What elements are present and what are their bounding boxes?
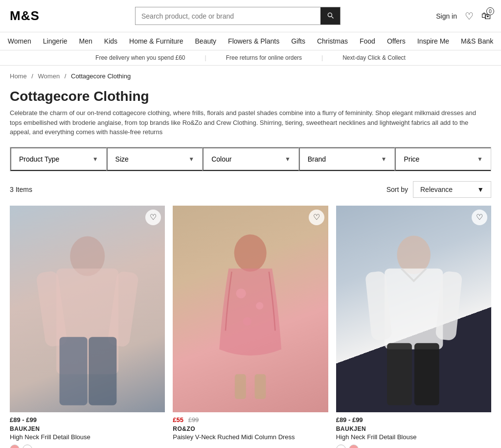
svg-point-9 xyxy=(243,317,252,326)
product-card[interactable]: ♡ £55 £99 RO&ZO Paisley V-Neck Ruched Mi… xyxy=(173,206,328,448)
product-name: High Neck Frill Detail Blouse xyxy=(336,433,491,441)
svg-rect-5 xyxy=(89,337,116,405)
nav-flowers-plants[interactable]: Flowers & Plants xyxy=(228,37,279,45)
chevron-down-icon: ▼ xyxy=(92,156,98,163)
svg-rect-10 xyxy=(235,374,246,399)
svg-rect-17 xyxy=(414,343,439,405)
product-card[interactable]: ♡ £89 - £99 BAUKJEN High Neck Frill Deta… xyxy=(10,206,165,448)
info-delivery: Free delivery when you spend £60 xyxy=(91,54,190,61)
nav-inspire-me[interactable]: Inspire Me xyxy=(417,37,449,45)
site-header: M&S Sign in ♡ 🛍 0 Women Lingerie Men Kid… xyxy=(0,0,501,66)
product-brand: RO&ZO xyxy=(173,425,328,432)
nav-home-furniture[interactable]: Home & Furniture xyxy=(129,37,183,45)
svg-point-6 xyxy=(234,234,267,271)
svg-point-7 xyxy=(236,288,246,298)
svg-rect-4 xyxy=(60,337,88,405)
breadcrumb-home[interactable]: Home xyxy=(10,72,27,80)
color-swatches xyxy=(336,445,491,448)
results-bar: 3 Items Sort by Relevance ▼ xyxy=(10,181,491,198)
results-count: 3 Items xyxy=(10,186,32,193)
svg-point-8 xyxy=(256,302,263,309)
search-button[interactable] xyxy=(320,7,340,24)
product-figure: ♡ xyxy=(173,206,328,412)
product-image xyxy=(10,206,165,412)
page-description: Celebrate the charm of our on-trend cott… xyxy=(10,108,489,137)
chevron-down-icon: ▼ xyxy=(188,156,194,163)
nav-offers[interactable]: Offers xyxy=(387,37,406,45)
sort-by: Sort by Relevance ▼ xyxy=(387,181,491,198)
chevron-down-icon: ▼ xyxy=(477,186,484,193)
sort-by-label: Sort by xyxy=(387,186,408,193)
header-right: Sign in ♡ 🛍 0 xyxy=(436,10,491,22)
chevron-down-icon: ▼ xyxy=(381,156,387,163)
breadcrumb-women[interactable]: Women xyxy=(38,72,60,80)
info-returns: Free returns for online orders xyxy=(221,54,307,61)
product-brand: BAUKJEN xyxy=(10,425,165,432)
product-figure: ♡ xyxy=(10,206,165,412)
wishlist-button[interactable]: ♡ xyxy=(309,210,324,225)
page-title: Cottagecore Clothing xyxy=(10,89,491,104)
nav-lingerie[interactable]: Lingerie xyxy=(43,37,68,45)
cart-count: 0 xyxy=(486,7,494,15)
nav-beauty[interactable]: Beauty xyxy=(195,37,217,45)
swatch-white[interactable] xyxy=(23,445,32,448)
product-figure: ♡ xyxy=(336,206,491,412)
product-brand: BAUKJEN xyxy=(336,425,491,432)
swatch-pink[interactable] xyxy=(10,445,20,448)
filter-size[interactable]: Size ▼ xyxy=(107,147,203,171)
cart-icon[interactable]: 🛍 0 xyxy=(481,10,491,22)
breadcrumb: Home / Women / Cottagecore Clothing xyxy=(0,66,501,84)
filter-bar: Product Type ▼ Size ▼ Colour ▼ Brand ▼ P… xyxy=(10,147,491,171)
product-price: £89 - £99 xyxy=(336,416,491,424)
search-input[interactable] xyxy=(136,8,320,24)
breadcrumb-current: Cottagecore Clothing xyxy=(71,72,131,80)
wishlist-icon[interactable]: ♡ xyxy=(465,10,474,22)
product-image xyxy=(173,206,328,412)
nav-ms-bank[interactable]: M&S Bank xyxy=(461,37,493,45)
product-price: £89 - £99 xyxy=(10,416,165,424)
nav-kids[interactable]: Kids xyxy=(104,37,117,45)
svg-rect-16 xyxy=(387,343,412,405)
chevron-down-icon: ▼ xyxy=(477,156,483,163)
page-content: Cottagecore Clothing Celebrate the charm… xyxy=(0,89,501,448)
sort-select[interactable]: Relevance ▼ xyxy=(413,181,491,198)
filter-colour[interactable]: Colour ▼ xyxy=(203,147,299,171)
product-name: High Neck Frill Detail Blouse xyxy=(10,433,165,441)
search-bar xyxy=(135,7,341,25)
product-name: Paisley V-Neck Ruched Midi Column Dress xyxy=(173,433,328,441)
color-swatches xyxy=(10,445,165,448)
nav-women[interactable]: Women xyxy=(8,37,31,45)
product-price: £55 £99 xyxy=(173,416,328,424)
filter-product-type[interactable]: Product Type ▼ xyxy=(10,147,107,171)
sort-value: Relevance xyxy=(420,186,453,193)
swatch-white[interactable] xyxy=(336,445,346,448)
filter-price[interactable]: Price ▼ xyxy=(395,147,491,171)
sign-in-link[interactable]: Sign in xyxy=(436,12,457,20)
filter-brand[interactable]: Brand ▼ xyxy=(299,147,395,171)
info-bar: Free delivery when you spend £60 | Free … xyxy=(0,50,501,66)
nav-gifts[interactable]: Gifts xyxy=(291,37,305,45)
info-click-collect: Next-day Click & Collect xyxy=(338,54,410,61)
chevron-down-icon: ▼ xyxy=(285,156,291,163)
wishlist-button[interactable]: ♡ xyxy=(145,210,161,225)
product-card[interactable]: ♡ £89 - £99 BAUKJEN High Neck Frill Deta… xyxy=(336,206,491,448)
main-nav: Women Lingerie Men Kids Home & Furniture… xyxy=(0,32,501,50)
nav-men[interactable]: Men xyxy=(79,37,92,45)
nav-christmas[interactable]: Christmas xyxy=(317,37,348,45)
swatch-pink[interactable] xyxy=(349,445,359,448)
product-image xyxy=(336,206,491,412)
site-logo: M&S xyxy=(10,8,40,24)
product-grid: ♡ £89 - £99 BAUKJEN High Neck Frill Deta… xyxy=(10,206,491,448)
svg-rect-11 xyxy=(255,374,266,399)
nav-food[interactable]: Food xyxy=(360,37,375,45)
wishlist-button[interactable]: ♡ xyxy=(472,210,487,225)
